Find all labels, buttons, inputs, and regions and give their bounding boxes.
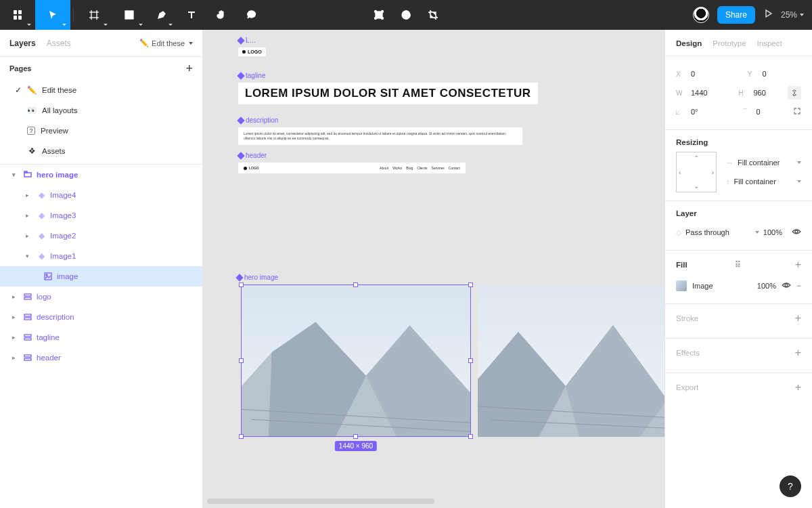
radius-input[interactable]: 0 <box>757 108 790 116</box>
canvas[interactable]: L… LOGO tagline LOREM IPSUM DOLOR SIT AM… <box>203 30 664 508</box>
canvas-logo-chip[interactable]: LOGO <box>238 47 266 56</box>
svg-point-12 <box>382 11 384 13</box>
add-effect-button[interactable]: + <box>795 347 801 359</box>
selection-handle[interactable] <box>468 282 473 287</box>
tab-design[interactable]: Design <box>676 39 702 47</box>
remove-fill-button[interactable]: − <box>796 281 801 291</box>
hand-tool[interactable] <box>206 0 236 30</box>
selection-handle[interactable] <box>239 434 244 439</box>
svg-point-14 <box>382 18 384 20</box>
layer-header[interactable]: ▸ header <box>0 347 202 368</box>
layer-label: Image1 <box>50 252 76 260</box>
stroke-section: Stroke+ <box>665 304 812 339</box>
svg-rect-2 <box>18 10 22 14</box>
svg-rect-27 <box>24 358 31 360</box>
comment-tool[interactable] <box>236 0 266 30</box>
share-button[interactable]: Share <box>717 6 755 24</box>
canvas-hero-image-selected[interactable]: 1440 × 960 <box>241 284 471 437</box>
frame-tool[interactable] <box>76 0 112 30</box>
fill-swatch[interactable] <box>676 280 687 291</box>
page-item-assets[interactable]: ❖Assets <box>0 141 202 161</box>
rotation-input[interactable]: 0° <box>691 108 724 116</box>
layer-image3[interactable]: ▸◆Image3 <box>0 205 202 226</box>
layer-label: hero image <box>37 171 78 179</box>
page-item-edit-these[interactable]: ✓✏️Edit these <box>0 80 202 100</box>
layer-label: Image2 <box>50 232 76 240</box>
selection-handle[interactable] <box>468 358 473 363</box>
selection-handle[interactable] <box>353 434 358 439</box>
add-fill-button[interactable]: + <box>795 259 801 271</box>
selection-handle[interactable] <box>468 434 473 439</box>
move-tool[interactable] <box>35 0 70 30</box>
zoom-dropdown[interactable]: 25% <box>781 10 804 20</box>
help-button[interactable]: ? <box>780 475 801 497</box>
w-input[interactable]: 1440 <box>691 89 721 97</box>
layer-image2[interactable]: ▸◆Image2 <box>0 226 202 246</box>
page-item-all-layouts[interactable]: 👀All layouts <box>0 100 202 121</box>
resize-v-dropdown[interactable]: ↕Fill container <box>726 172 801 191</box>
svg-rect-16 <box>24 173 31 177</box>
resize-h-dropdown[interactable]: ↔Fill container <box>726 153 801 172</box>
selection-dimensions-badge: 1440 × 960 <box>335 441 377 451</box>
add-stroke-button[interactable]: + <box>795 312 801 324</box>
svg-rect-0 <box>14 10 17 14</box>
svg-rect-26 <box>24 355 31 357</box>
x-input[interactable]: 0 <box>691 70 730 78</box>
shape-tool[interactable] <box>112 0 147 30</box>
layer-description[interactable]: ▸ description <box>0 307 202 327</box>
blend-mode-dropdown[interactable]: Pass through <box>685 228 751 236</box>
add-page-button[interactable]: + <box>185 62 193 76</box>
right-panel: Design Prototype Inspect X 0 Y 0 W 1440 … <box>664 30 812 508</box>
canvas-tagline[interactable]: LOREM IPSUM DOLOR SIT AMET CONSECTETUR <box>238 83 538 104</box>
text-tool[interactable] <box>177 0 206 30</box>
canvas-hero-label: hero image <box>244 274 278 281</box>
layer-tagline[interactable]: ▸ tagline <box>0 327 202 347</box>
blend-mode-icon: ◇ <box>676 228 681 237</box>
tab-inspect[interactable]: Inspect <box>757 39 782 47</box>
layer-label: Image3 <box>50 211 76 219</box>
mask-button[interactable] <box>396 0 416 30</box>
present-button[interactable] <box>763 9 773 21</box>
svg-rect-17 <box>24 171 27 173</box>
selection-handle[interactable] <box>239 358 244 363</box>
pen-tool[interactable] <box>147 0 177 30</box>
layer-image4[interactable]: ▸◆Image4 <box>0 185 202 205</box>
canvas-description[interactable]: Lorem ipsum dolor sit amet, consectetur … <box>238 127 522 145</box>
layer-image-selected[interactable]: image <box>0 266 202 287</box>
layer-opacity-input[interactable]: 100% <box>763 228 782 236</box>
svg-rect-25 <box>24 338 31 340</box>
component-insert-button[interactable] <box>369 0 389 30</box>
user-avatar[interactable] <box>693 7 709 23</box>
fill-style-button[interactable]: ⠿ <box>735 260 742 270</box>
h-input[interactable]: 960 <box>754 89 784 97</box>
add-export-button[interactable]: + <box>795 381 801 394</box>
tab-assets[interactable]: Assets <box>47 39 71 48</box>
visibility-toggle[interactable] <box>792 228 801 237</box>
page-item-preview[interactable]: ?Preview <box>0 121 202 141</box>
layer-hero-image[interactable]: ▾ hero image <box>0 165 202 185</box>
main-menu-button[interactable] <box>0 0 35 30</box>
constrain-proportions-toggle[interactable] <box>788 86 801 100</box>
canvas-hero-image-2[interactable] <box>478 284 664 437</box>
independent-corners-button[interactable] <box>793 107 801 117</box>
layer-image1[interactable]: ▾◆Image1 <box>0 246 202 266</box>
resizing-section: Resizing ⌃ ⌄ ‹ › ↔Fill container ↕Fill c… <box>665 130 812 201</box>
fill-type[interactable]: Image <box>692 282 713 290</box>
page-label: All layouts <box>42 106 77 114</box>
export-section: Export+ <box>665 373 812 407</box>
pages-header: Pages + <box>0 57 202 80</box>
crop-button[interactable] <box>423 0 443 30</box>
tab-prototype[interactable]: Prototype <box>713 39 746 47</box>
pages-dropdown[interactable]: ✏️ Edit these <box>139 39 193 47</box>
horizontal-scrollbar[interactable] <box>207 499 434 504</box>
fill-opacity-input[interactable]: 100% <box>757 282 776 290</box>
svg-rect-8 <box>125 11 133 19</box>
layer-logo[interactable]: ▸ logo <box>0 287 202 307</box>
selection-handle[interactable] <box>353 282 358 287</box>
fill-visibility-toggle[interactable] <box>782 281 791 291</box>
y-input[interactable]: 0 <box>763 70 802 78</box>
selection-handle[interactable] <box>239 282 244 287</box>
resizing-constraint-box[interactable]: ⌃ ⌄ ‹ › <box>676 152 717 192</box>
canvas-header[interactable]: LOGO About Works Blog Clients Services C… <box>238 163 466 173</box>
tab-layers[interactable]: Layers <box>9 39 36 48</box>
